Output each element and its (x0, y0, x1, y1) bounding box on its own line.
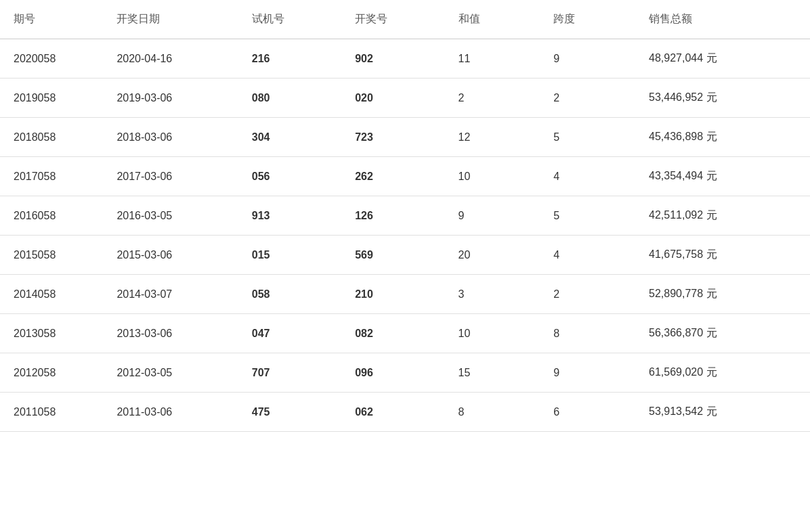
cell-span: 8 (540, 314, 635, 353)
cell-period: 2017058 (0, 157, 103, 196)
cell-period: 2015058 (0, 236, 103, 275)
cell-trial: 015 (238, 236, 341, 275)
cell-date: 2020-04-16 (103, 39, 238, 79)
table-row: 20120582012-03-0570709615961,569,020 元 (0, 353, 810, 393)
table-row: 20190582019-03-060800202253,446,952 元 (0, 79, 810, 118)
table-row: 20200582020-04-1621690211948,927,044 元 (0, 39, 810, 79)
column-header: 销售总额 (635, 0, 810, 39)
cell-sales: 45,436,898 元 (635, 118, 810, 157)
cell-span: 4 (540, 157, 635, 196)
cell-period: 2011058 (0, 393, 103, 432)
cell-date: 2012-03-05 (103, 353, 238, 393)
cell-sales: 61,569,020 元 (635, 353, 810, 393)
cell-sum: 2 (445, 79, 540, 118)
cell-span: 2 (540, 275, 635, 314)
cell-trial: 216 (238, 39, 341, 79)
column-header: 和值 (445, 0, 540, 39)
cell-winning: 569 (341, 236, 444, 275)
cell-sales: 41,675,758 元 (635, 236, 810, 275)
cell-sum: 10 (445, 157, 540, 196)
cell-winning: 062 (341, 393, 444, 432)
cell-winning: 723 (341, 118, 444, 157)
cell-span: 5 (540, 118, 635, 157)
cell-period: 2018058 (0, 118, 103, 157)
cell-winning: 262 (341, 157, 444, 196)
column-header: 期号 (0, 0, 103, 39)
table-row: 20180582018-03-0630472312545,436,898 元 (0, 118, 810, 157)
cell-period: 2013058 (0, 314, 103, 353)
cell-trial: 304 (238, 118, 341, 157)
table-row: 20110582011-03-064750628653,913,542 元 (0, 393, 810, 432)
cell-span: 4 (540, 236, 635, 275)
lottery-table: 期号开奖日期试机号开奖号和值跨度销售总额 20200582020-04-1621… (0, 0, 810, 432)
column-header: 跨度 (540, 0, 635, 39)
table-row: 20130582013-03-0604708210856,366,870 元 (0, 314, 810, 353)
cell-sales: 53,446,952 元 (635, 79, 810, 118)
cell-trial: 707 (238, 353, 341, 393)
table-row: 20140582014-03-070582103252,890,778 元 (0, 275, 810, 314)
column-header: 开奖日期 (103, 0, 238, 39)
table-row: 20160582016-03-059131269542,511,092 元 (0, 196, 810, 236)
cell-sum: 12 (445, 118, 540, 157)
cell-sales: 43,354,494 元 (635, 157, 810, 196)
cell-date: 2011-03-06 (103, 393, 238, 432)
cell-span: 9 (540, 39, 635, 79)
cell-sum: 10 (445, 314, 540, 353)
cell-winning: 902 (341, 39, 444, 79)
cell-span: 5 (540, 196, 635, 236)
cell-sales: 56,366,870 元 (635, 314, 810, 353)
table-row: 20170582017-03-0605626210443,354,494 元 (0, 157, 810, 196)
table-row: 20150582015-03-0601556920441,675,758 元 (0, 236, 810, 275)
cell-span: 6 (540, 393, 635, 432)
table-header-row: 期号开奖日期试机号开奖号和值跨度销售总额 (0, 0, 810, 39)
cell-span: 9 (540, 353, 635, 393)
column-header: 开奖号 (341, 0, 444, 39)
cell-period: 2014058 (0, 275, 103, 314)
cell-trial: 913 (238, 196, 341, 236)
cell-date: 2015-03-06 (103, 236, 238, 275)
cell-trial: 475 (238, 393, 341, 432)
cell-sum: 15 (445, 353, 540, 393)
cell-sales: 48,927,044 元 (635, 39, 810, 79)
cell-period: 2020058 (0, 39, 103, 79)
cell-sales: 42,511,092 元 (635, 196, 810, 236)
cell-span: 2 (540, 79, 635, 118)
cell-sum: 9 (445, 196, 540, 236)
cell-sales: 52,890,778 元 (635, 275, 810, 314)
column-header: 试机号 (238, 0, 341, 39)
cell-trial: 056 (238, 157, 341, 196)
cell-winning: 210 (341, 275, 444, 314)
cell-sum: 8 (445, 393, 540, 432)
cell-period: 2019058 (0, 79, 103, 118)
cell-date: 2017-03-06 (103, 157, 238, 196)
cell-sum: 3 (445, 275, 540, 314)
cell-date: 2019-03-06 (103, 79, 238, 118)
cell-date: 2013-03-06 (103, 314, 238, 353)
cell-sales: 53,913,542 元 (635, 393, 810, 432)
cell-trial: 080 (238, 79, 341, 118)
cell-date: 2016-03-05 (103, 196, 238, 236)
cell-date: 2018-03-06 (103, 118, 238, 157)
cell-winning: 126 (341, 196, 444, 236)
cell-winning: 082 (341, 314, 444, 353)
cell-sum: 20 (445, 236, 540, 275)
cell-winning: 020 (341, 79, 444, 118)
cell-period: 2016058 (0, 196, 103, 236)
cell-sum: 11 (445, 39, 540, 79)
cell-period: 2012058 (0, 353, 103, 393)
cell-winning: 096 (341, 353, 444, 393)
cell-date: 2014-03-07 (103, 275, 238, 314)
cell-trial: 047 (238, 314, 341, 353)
cell-trial: 058 (238, 275, 341, 314)
